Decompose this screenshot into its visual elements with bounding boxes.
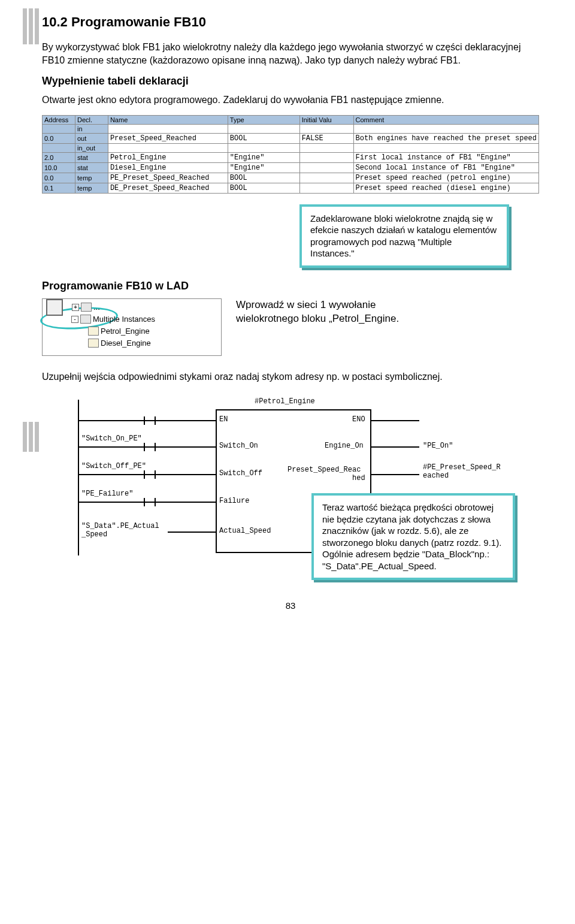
declaration-table: Address Decl. Name Type Initial Valu Com… bbox=[42, 115, 539, 194]
intro-paragraph: By wykorzystywać blok FB1 jako wielokrot… bbox=[42, 41, 539, 67]
table-cell: "Engine" bbox=[228, 152, 299, 162]
port-switch-on: Switch_On bbox=[219, 442, 258, 450]
wire bbox=[79, 502, 216, 503]
instance-tree: + ... - Multiple Instances Petrol_Engine bbox=[42, 298, 222, 356]
side-bars-decor bbox=[23, 8, 41, 47]
th-decl: Decl. bbox=[75, 115, 108, 124]
table-cell bbox=[43, 124, 75, 133]
table-cell: out bbox=[75, 133, 108, 143]
table-row: 10.0statDiesel_Engine"Engine"Second loca… bbox=[43, 162, 539, 173]
page-number: 83 bbox=[42, 600, 539, 611]
table-cell: BOOL bbox=[228, 133, 299, 143]
in-label: "Switch_Off_PE" bbox=[81, 462, 146, 470]
tree-item-label: Multiple Instances bbox=[93, 315, 155, 324]
table-cell bbox=[299, 152, 353, 162]
table-cell: BOOL bbox=[228, 183, 299, 193]
tree-item-label: Petrol_Engine bbox=[101, 327, 150, 336]
side-bars-decor-2 bbox=[23, 422, 41, 454]
contact-leg bbox=[155, 498, 156, 506]
table-row: 2.0statPetrol_Engine"Engine"First local … bbox=[43, 152, 539, 162]
lad-programming-title: Programowanie FB10 w LAD bbox=[42, 280, 539, 292]
table-cell: First local instance of FB1 "Engine" bbox=[353, 152, 538, 162]
callout-data-block-address: Teraz wartość bieżąca prędkości obrotowe… bbox=[311, 493, 515, 580]
table-cell bbox=[299, 173, 353, 183]
contact-leg bbox=[144, 443, 145, 451]
port-engine-on: Engine_On bbox=[325, 442, 364, 450]
table-cell: 2.0 bbox=[43, 152, 75, 162]
table-cell bbox=[108, 124, 228, 133]
port-preset-reached: Preset_Speed_Reac bbox=[288, 466, 361, 474]
table-cell: FALSE bbox=[299, 133, 353, 143]
out-label: #PE_Preset_Speed_R bbox=[423, 463, 501, 472]
contact-leg bbox=[155, 416, 156, 425]
wire bbox=[79, 420, 216, 421]
wire bbox=[371, 446, 419, 448]
table-cell: Both engines have reached the preset spe… bbox=[353, 133, 538, 143]
table-cell: temp bbox=[75, 183, 108, 193]
tree-item-label: ... bbox=[93, 303, 100, 312]
out-label: eached bbox=[423, 472, 449, 480]
table-row: 0.0tempPE_Preset_Speed_ReachedBOOLPreset… bbox=[43, 173, 539, 183]
table-cell: in bbox=[75, 124, 108, 133]
table-cell: Second local instance of FB1 "Engine" bbox=[353, 162, 538, 173]
port-eno: ENO bbox=[352, 415, 365, 424]
table-cell bbox=[228, 143, 299, 152]
contact-leg bbox=[144, 416, 145, 425]
table-cell: DE_Preset_Speed_Reached bbox=[108, 183, 228, 193]
table-row: 0.1tempDE_Preset_Speed_ReachedBOOLPreset… bbox=[43, 183, 539, 193]
contact-leg bbox=[155, 443, 156, 451]
insert-call-instruction: Wprowadź w sieci 1 wywołanie wielokrotne… bbox=[236, 298, 416, 326]
wire bbox=[79, 446, 216, 448]
table-cell bbox=[43, 143, 75, 152]
table-cell: temp bbox=[75, 173, 108, 183]
wire bbox=[371, 474, 419, 475]
table-cell: stat bbox=[75, 152, 108, 162]
fb-instance-name: #Petrol_Engine bbox=[255, 397, 315, 406]
table-cell: Preset speed reached (diesel engine) bbox=[353, 183, 538, 193]
expander-plus-icon[interactable]: + bbox=[72, 304, 79, 311]
folder-icon bbox=[81, 303, 92, 312]
instance-icon bbox=[88, 327, 99, 336]
port-failure: Failure bbox=[219, 497, 249, 505]
open-window-text: Otwarte jest okno edytora programowego. … bbox=[42, 93, 539, 107]
wire bbox=[79, 474, 216, 475]
contact-leg bbox=[155, 470, 156, 479]
in-label: "PE_Failure" bbox=[81, 490, 133, 498]
table-cell bbox=[299, 162, 353, 173]
port-switch-off: Switch_Off bbox=[219, 469, 262, 478]
table-cell: BOOL bbox=[228, 173, 299, 183]
section-heading: 10.2 Programowanie FB10 bbox=[42, 14, 539, 30]
table-cell: Petrol_Engine bbox=[108, 152, 228, 162]
table-cell: 0.0 bbox=[43, 173, 75, 183]
table-cell bbox=[299, 124, 353, 133]
table-cell: Preset_Speed_Reached bbox=[108, 133, 228, 143]
table-row: in_out bbox=[43, 143, 539, 152]
table-cell: PE_Preset_Speed_Reached bbox=[108, 173, 228, 183]
th-address: Address bbox=[43, 115, 75, 124]
expander-minus-icon[interactable]: - bbox=[71, 316, 78, 323]
th-initial: Initial Valu bbox=[299, 115, 353, 124]
in-label: "Switch_On_PE" bbox=[81, 434, 142, 443]
power-rail bbox=[78, 400, 79, 555]
table-cell bbox=[299, 143, 353, 152]
in-label: _Speed bbox=[81, 530, 107, 539]
table-cell: 10.0 bbox=[43, 162, 75, 173]
table-cell bbox=[108, 143, 228, 152]
wire bbox=[371, 420, 419, 421]
fill-table-title: Wypełnienie tabeli deklaracji bbox=[42, 75, 539, 87]
folder-icon bbox=[80, 315, 91, 324]
table-row: 0.0outPreset_Speed_ReachedBOOLFALSEBoth … bbox=[43, 133, 539, 143]
table-cell: "Engine" bbox=[228, 162, 299, 173]
tree-item-label: Diesel_Engine bbox=[101, 339, 151, 348]
in-label: "S_Data".PE_Actual bbox=[81, 522, 159, 530]
th-name: Name bbox=[108, 115, 228, 124]
contact-leg bbox=[144, 498, 145, 506]
port-en: EN bbox=[219, 415, 228, 424]
wire bbox=[168, 532, 216, 533]
port-preset-reached-2: hed bbox=[352, 474, 365, 482]
contact-leg bbox=[144, 470, 145, 479]
table-cell: 0.1 bbox=[43, 183, 75, 193]
table-cell bbox=[353, 124, 538, 133]
table-cell: Diesel_Engine bbox=[108, 162, 228, 173]
fill-inputs-text: Uzupełnij wejścia odpowiednimi stykami o… bbox=[42, 370, 539, 384]
